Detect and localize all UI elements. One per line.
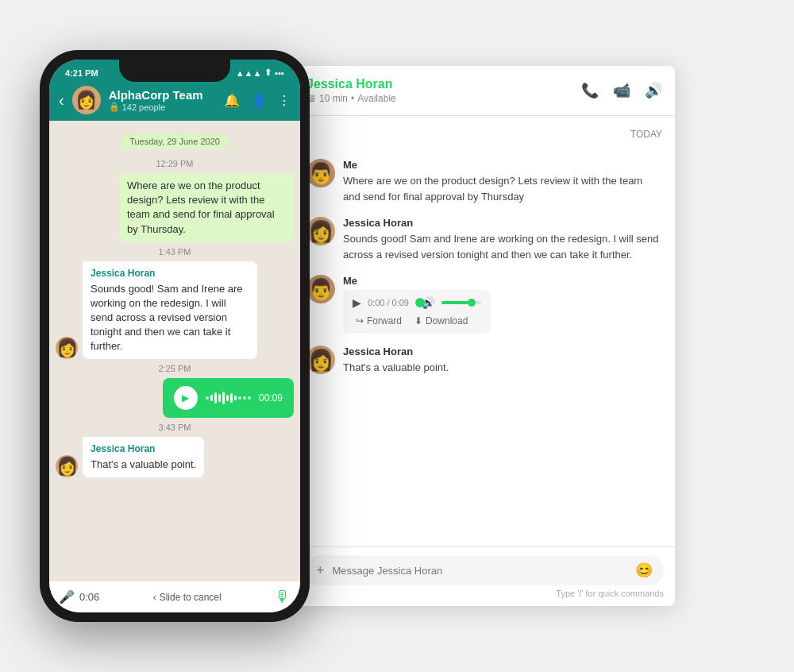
today-divider: TODAY <box>306 129 662 140</box>
msg-content-4: Jessica Horan That's a valuable point. <box>343 346 449 376</box>
group-info: AlphaCorp Team 🔒 142 people <box>109 88 216 112</box>
dot-divider: • <box>351 93 354 104</box>
desktop-header: Jessica Horan 🖥 10 min • Available 📞 📹 🔊 <box>294 66 675 116</box>
me-avatar-1 <box>306 159 335 187</box>
desktop-input-area: + 😊 Type '/' for quick commands <box>294 546 675 606</box>
play-button[interactable]: ▶ <box>174 386 198 410</box>
time-counter: 0:00 / 0:09 <box>368 298 409 307</box>
desktop-msg-3: Me ▶ 0:00 / 0:09 🔊 <box>306 275 662 333</box>
phone-notch <box>119 60 230 82</box>
vol-fill <box>441 301 469 304</box>
received-bubble-1: Jessica Horan Sounds good! Sam and Irene… <box>83 261 257 360</box>
recording-left: 🎤 0:06 <box>59 589 99 604</box>
sent-message-1: Where are we on the product design? Lets… <box>56 173 294 242</box>
progress-thumb <box>415 298 425 307</box>
jessica-avatar-d-2 <box>306 346 335 374</box>
sender-label-3: Me <box>343 275 491 287</box>
voice-controls: ▶ 0:00 / 0:09 🔊 <box>353 296 481 309</box>
desktop-msg-2: Jessica Horan Sounds good! Sam and Irene… <box>306 217 662 262</box>
phone-call-icon[interactable]: 📞 <box>581 82 599 99</box>
chevron-left-icon: ‹ <box>153 592 156 603</box>
jessica-avatar-2 <box>56 455 78 477</box>
sender-label-2: Jessica Horan <box>343 217 662 229</box>
contact-name: Jessica Horan <box>306 77 396 91</box>
desktop-input-row: + 😊 <box>305 555 664 585</box>
audio-icon[interactable]: 🔊 <box>645 82 662 99</box>
desktop-msg-1: Me Where are we on the product design? L… <box>306 159 662 204</box>
time-label-4: 3:43 PM <box>56 423 294 432</box>
voice-player: ▶ 0:00 / 0:09 🔊 <box>343 290 491 333</box>
phone-header: ‹ AlphaCorp Team 🔒 142 people 🔔 👤 ⋮ <box>49 81 300 121</box>
scene: 4:21 PM ▲▲▲ ⬆ ▪▪▪ ‹ AlphaCorp Team 🔒 142… <box>40 50 754 622</box>
received-message-1: Jessica Horan Sounds good! Sam and Irene… <box>56 261 294 360</box>
waveform <box>206 390 251 406</box>
phone-screen: 4:21 PM ▲▲▲ ⬆ ▪▪▪ ‹ AlphaCorp Team 🔒 142… <box>49 60 300 612</box>
desktop-play-btn[interactable]: ▶ <box>353 296 361 309</box>
phone-mockup: 4:21 PM ▲▲▲ ⬆ ▪▪▪ ‹ AlphaCorp Team 🔒 142… <box>40 50 310 622</box>
desktop-msg-4: Jessica Horan That's a valuable point. <box>306 346 662 376</box>
sender-label-4: Jessica Horan <box>343 346 449 357</box>
forward-icon: ↪ <box>356 315 364 326</box>
recording-bar: 🎤 0:06 ‹ Slide to cancel 🎙 <box>49 581 300 612</box>
status-time: 4:21 PM <box>65 68 98 78</box>
msg-content-1: Me Where are we on the product design? L… <box>343 159 662 204</box>
video-call-icon[interactable]: 📹 <box>613 82 630 99</box>
cancel-recording[interactable]: ‹ Slide to cancel <box>153 592 222 603</box>
msg-text-4: That's a valuable point. <box>343 360 449 376</box>
forward-button[interactable]: ↪ Forward <box>356 315 402 326</box>
desktop-chat: Jessica Horan 🖥 10 min • Available 📞 📹 🔊… <box>294 66 675 606</box>
date-divider: Tuesday, 29 June 2020 <box>56 133 294 148</box>
chat-area: Tuesday, 29 June 2020 12:29 PM Where are… <box>49 121 300 581</box>
jessica-avatar-d <box>306 217 335 245</box>
header-actions: 🔔 👤 ⋮ <box>224 93 291 108</box>
group-avatar <box>72 86 101 114</box>
vol-thumb <box>468 299 476 307</box>
grid-icon[interactable]: ⋮ <box>278 93 291 108</box>
received-bubble-2: Jessica Horan That's a valuable point. <box>83 437 204 477</box>
mic-icon[interactable]: 🎙 <box>275 588 291 606</box>
desktop-header-left: Jessica Horan 🖥 10 min • Available <box>306 77 396 104</box>
sender-label-1: Me <box>343 159 662 171</box>
download-icon: ⬇ <box>414 315 422 326</box>
voice-actions: ↪ Forward ⬇ Download <box>353 315 481 326</box>
battery-icon: ▪▪▪ <box>275 68 284 78</box>
signal-icon: ▲▲▲ <box>236 68 262 78</box>
recording-mic-icon: 🎤 <box>59 589 75 604</box>
group-name: AlphaCorp Team <box>109 88 216 102</box>
plus-icon[interactable]: + <box>316 562 325 579</box>
contact-status: 🖥 10 min • Available <box>306 93 396 104</box>
me-avatar-2 <box>306 275 335 303</box>
msg-text-2: Sounds good! Sam and Irene are working o… <box>343 231 662 262</box>
emoji-icon[interactable]: 😊 <box>635 562 653 579</box>
time-label-3: 2:25 PM <box>56 364 294 373</box>
voice-bubble: ▶ <box>163 378 294 418</box>
volume-bar[interactable] <box>441 301 481 304</box>
wifi-icon: ⬆ <box>264 68 272 78</box>
msg-text-1: Where are we on the product design? Lets… <box>343 173 662 204</box>
desktop-header-actions: 📞 📹 🔊 <box>581 82 662 99</box>
back-button[interactable]: ‹ <box>59 91 64 110</box>
jessica-avatar-1 <box>56 337 78 359</box>
voice-duration: 00:09 <box>259 392 283 404</box>
lock-icon: 🔒 <box>109 102 120 112</box>
status-icons: ▲▲▲ ⬆ ▪▪▪ <box>236 68 284 78</box>
mute-icon[interactable]: 🔔 <box>224 93 240 108</box>
desktop-messages: TODAY Me Where are we on the product des… <box>294 116 675 546</box>
voice-message-sent: ▶ <box>56 378 294 418</box>
msg-content-3: Me ▶ 0:00 / 0:09 🔊 <box>343 275 491 333</box>
recording-time: 0:06 <box>79 591 99 603</box>
add-person-icon[interactable]: 👤 <box>251 93 267 108</box>
received-message-2: Jessica Horan That's a valuable point. <box>56 437 294 477</box>
msg-content-2: Jessica Horan Sounds good! Sam and Irene… <box>343 217 662 262</box>
time-label-2: 1:43 PM <box>56 247 294 257</box>
message-input[interactable] <box>333 565 627 577</box>
sent-bubble-1: Where are we on the product design? Lets… <box>119 173 294 242</box>
time-label-1: 12:29 PM <box>56 159 294 168</box>
quick-command-hint: Type '/' for quick commands <box>305 589 664 598</box>
download-button[interactable]: ⬇ Download <box>414 315 468 326</box>
group-members: 🔒 142 people <box>109 102 216 112</box>
